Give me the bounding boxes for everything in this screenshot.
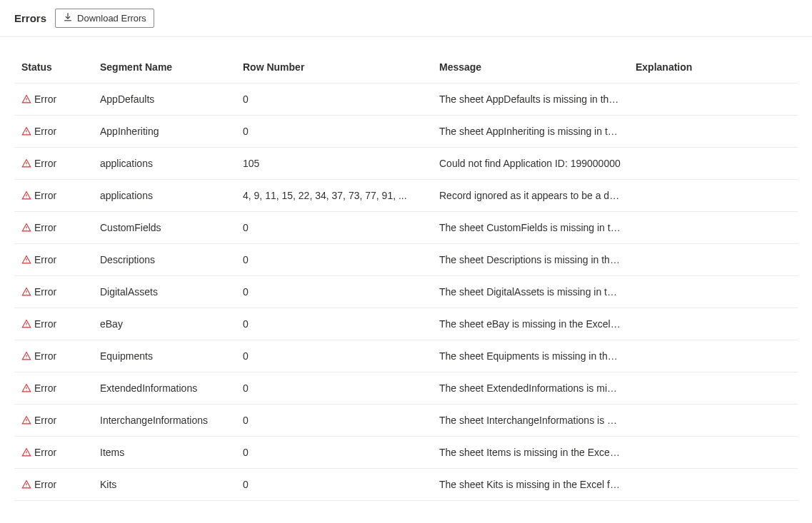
cell-status: Error (14, 276, 93, 308)
col-header-row[interactable]: Row Number (236, 51, 432, 83)
table-row[interactable]: ErrorDescriptions0The sheet Descriptions… (14, 244, 798, 276)
svg-point-5 (26, 166, 26, 166)
cell-status: Error (14, 116, 93, 148)
cell-segment: AppInheriting (93, 116, 236, 148)
cell-message: The sheet Equipments is missing in the .… (432, 340, 628, 372)
warning-icon (21, 447, 31, 457)
cell-segment: eBay (93, 308, 236, 340)
table-row[interactable]: ErrorCustomFields0The sheet CustomFields… (14, 212, 798, 244)
warning-icon (21, 158, 31, 168)
status-label: Error (34, 415, 56, 426)
svg-point-21 (26, 422, 26, 423)
cell-segment: ExtendedInformations (93, 372, 236, 405)
cell-segment: Descriptions (93, 244, 236, 276)
cell-row-number: 0 (236, 340, 432, 372)
svg-point-25 (26, 487, 26, 487)
warning-icon (21, 383, 31, 393)
table-row[interactable]: ErrorAppInheriting0The sheet AppInheriti… (14, 116, 798, 148)
warning-icon (21, 287, 31, 297)
cell-row-number: 0 (236, 244, 432, 276)
status-label: Error (34, 158, 56, 169)
cell-explanation (628, 83, 798, 116)
warning-icon (21, 223, 31, 233)
warning-icon (21, 255, 31, 265)
table-row[interactable]: ErroreBay0The sheet eBay is missing in t… (14, 308, 798, 340)
col-header-message[interactable]: Message (432, 51, 628, 83)
svg-point-11 (26, 262, 26, 263)
warning-icon (21, 191, 31, 200)
download-errors-label: Download Errors (77, 13, 146, 24)
status-label: Error (34, 93, 56, 105)
status-label: Error (34, 382, 56, 394)
warning-icon (21, 319, 31, 329)
status-label: Error (34, 350, 56, 362)
cell-row-number: 0 (236, 212, 432, 244)
cell-explanation (628, 212, 798, 244)
cell-status: Error (14, 148, 93, 180)
cell-explanation (628, 148, 798, 180)
cell-segment: applications (93, 180, 236, 212)
cell-explanation (628, 308, 798, 340)
table-row[interactable]: ErrorAppDefaults0The sheet AppDefaults i… (14, 83, 798, 116)
cell-explanation (628, 276, 798, 308)
cell-status: Error (14, 437, 93, 469)
download-icon (63, 12, 73, 24)
table-row[interactable]: ErrorItems0The sheet Items is missing in… (14, 437, 798, 469)
cell-status: Error (14, 180, 93, 212)
col-header-explanation[interactable]: Explanation (628, 51, 798, 83)
table-row[interactable]: ErrorEquipments0The sheet Equipments is … (14, 340, 798, 372)
cell-status: Error (14, 340, 93, 372)
errors-table: Status Segment Name Row Number Message E… (14, 51, 798, 501)
cell-message: The sheet AppInheriting is missing in th… (432, 116, 628, 148)
cell-status: Error (14, 405, 93, 437)
status-label: Error (34, 447, 56, 458)
table-row[interactable]: Errorapplications105Could not find Appli… (14, 148, 798, 180)
cell-explanation (628, 469, 798, 501)
cell-message: The sheet ExtendedInformations is missi.… (432, 372, 628, 405)
cell-message: The sheet eBay is missing in the Excel f… (432, 308, 628, 340)
warning-icon (21, 351, 31, 361)
cell-segment: AppDefaults (93, 83, 236, 116)
cell-row-number: 0 (236, 308, 432, 340)
warning-icon (21, 479, 31, 489)
cell-message: The sheet InterchangeInformations is mi.… (432, 405, 628, 437)
svg-point-9 (26, 230, 26, 230)
cell-segment: Equipments (93, 340, 236, 372)
cell-row-number: 0 (236, 276, 432, 308)
cell-status: Error (14, 244, 93, 276)
cell-status: Error (14, 83, 93, 116)
svg-point-13 (26, 294, 26, 295)
cell-message: The sheet AppDefaults is missing in the … (432, 83, 628, 116)
status-label: Error (34, 479, 56, 490)
cell-row-number: 0 (236, 372, 432, 405)
cell-message: Record ignored as it appears to be a du.… (432, 180, 628, 212)
cell-explanation (628, 405, 798, 437)
svg-point-7 (26, 198, 26, 198)
col-header-status[interactable]: Status (14, 51, 93, 83)
table-row[interactable]: ErrorDigitalAssets0The sheet DigitalAsse… (14, 276, 798, 308)
cell-segment: CustomFields (93, 212, 236, 244)
table-row[interactable]: ErrorExtendedInformations0The sheet Exte… (14, 372, 798, 405)
header: Errors Download Errors (0, 0, 812, 37)
cell-segment: InterchangeInformations (93, 405, 236, 437)
col-header-segment[interactable]: Segment Name (93, 51, 236, 83)
download-errors-button[interactable]: Download Errors (55, 9, 154, 28)
status-label: Error (34, 318, 56, 330)
warning-icon (21, 415, 31, 425)
table-row[interactable]: ErrorKits0The sheet Kits is missing in t… (14, 469, 798, 501)
table-row[interactable]: Errorapplications4, 9, 11, 15, 22, 34, 3… (14, 180, 798, 212)
cell-message: The sheet Descriptions is missing in the… (432, 244, 628, 276)
cell-status: Error (14, 212, 93, 244)
cell-row-number: 0 (236, 437, 432, 469)
svg-point-17 (26, 358, 26, 359)
cell-row-number: 0 (236, 405, 432, 437)
cell-segment: DigitalAssets (93, 276, 236, 308)
cell-status: Error (14, 372, 93, 405)
cell-status: Error (14, 469, 93, 501)
status-label: Error (34, 126, 56, 137)
table-row[interactable]: ErrorInterchangeInformations0The sheet I… (14, 405, 798, 437)
cell-row-number: 0 (236, 83, 432, 116)
cell-message: The sheet Items is missing in the Excel … (432, 437, 628, 469)
cell-message: The sheet Kits is missing in the Excel f… (432, 469, 628, 501)
cell-message: The sheet CustomFields is missing in the… (432, 212, 628, 244)
